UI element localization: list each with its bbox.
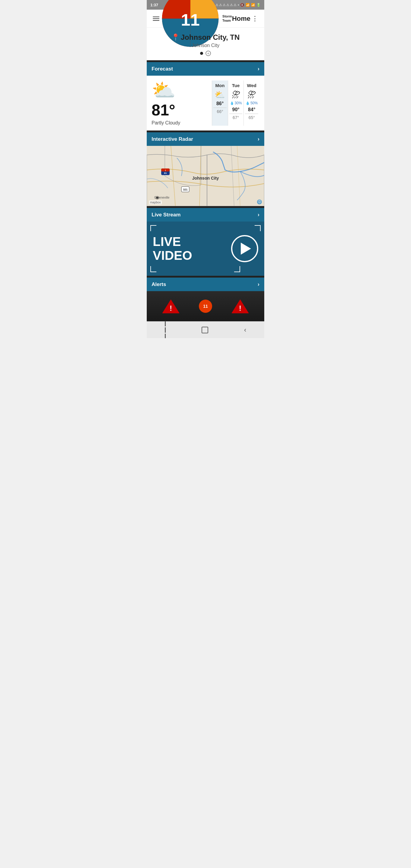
svg-point-12 [156, 197, 158, 198]
alert-logo-center: 11 [198, 299, 213, 314]
nav-home-icon [201, 327, 208, 333]
day-icon-mon: ⛅ [215, 90, 225, 100]
nav-line-2 [165, 327, 166, 333]
forecast-arrow-icon: › [258, 66, 259, 72]
forecast-section: Forecast › ⛅ 81° Partly Cloudy Mon ⛅ 86°… [147, 62, 264, 130]
day-low-mon: 66° [213, 107, 227, 114]
bottom-navigation: ‹ [147, 321, 264, 338]
current-weather-icon: ⛅ [152, 81, 176, 100]
forecast-day-wed[interactable]: Wed ⛈ 💧50% 84° 65° [244, 81, 259, 126]
radar-map[interactable]: I 81 321 Johnson City Greeneville mapbox… [147, 146, 264, 206]
forecast-label: Forecast [152, 66, 173, 72]
nav-line-3 [165, 334, 166, 338]
alerts-preview[interactable]: ! 11 ! [147, 291, 264, 321]
hamburger-menu-button[interactable] [152, 16, 161, 22]
location-pin-icon: 📍 [171, 33, 180, 41]
day-high-wed: 84° [248, 107, 255, 113]
svg-text:!: ! [170, 304, 172, 312]
dot-indicators: + [152, 51, 259, 56]
app-header: 11 StormTeam Home ⋮ [147, 10, 264, 28]
hamburger-line-3 [153, 20, 159, 21]
day-name-wed: Wed [247, 83, 256, 88]
radar-section: Interactive Radar › [147, 132, 264, 206]
forecast-header[interactable]: Forecast › [147, 62, 264, 76]
day-low-wed: 65° [245, 114, 258, 120]
page-title: Home [232, 15, 250, 23]
svg-text:Johnson City: Johnson City [192, 176, 219, 181]
forecast-days: Mon ⛅ 86° 66° Tue ⛈ 💧30% 90° 67° Wed ⛈ [212, 81, 259, 126]
svg-text:11: 11 [181, 10, 200, 29]
mapbox-credit: mapbox [149, 200, 162, 204]
svg-text:I: I [165, 169, 166, 172]
rain-chance-tue: 💧30% [230, 101, 242, 105]
bracket-top-left [150, 225, 156, 231]
svg-text:11: 11 [203, 304, 208, 309]
play-triangle-icon [241, 243, 251, 255]
radar-arrow-icon: › [258, 136, 259, 142]
warning-icon-8: ⚠ [233, 3, 236, 7]
hamburger-line-2 [153, 19, 159, 19]
svg-text:81: 81 [164, 172, 167, 175]
day-high-tue: 90° [232, 107, 240, 113]
forecast-content: ⛅ 81° Partly Cloudy Mon ⛅ 86° 66° Tue ⛈ … [147, 76, 264, 130]
svg-text:321: 321 [183, 188, 187, 191]
live-video-text: LIVE VIDEO [153, 235, 192, 262]
status-time: 1:37 [150, 3, 158, 7]
active-location-dot [200, 52, 203, 55]
day-high-mon: 86° [216, 101, 224, 106]
rain-drop-icon-wed: 💧 [246, 101, 250, 105]
current-weather: ⛅ 81° Partly Cloudy [152, 81, 212, 126]
wifi-icon: 📶 [246, 3, 250, 7]
live-video-container[interactable]: LIVE VIDEO [147, 221, 264, 276]
radar-label: Interactive Radar [152, 136, 193, 142]
live-stream-section: Live Stream › LIVE VIDEO [147, 208, 264, 276]
live-text-line2: VIDEO [153, 249, 192, 262]
nav-back-button[interactable]: ‹ [237, 324, 253, 336]
mute-icon: 🔇 [240, 3, 244, 7]
nav-home-button[interactable] [194, 324, 216, 336]
current-description: Partly Cloudy [152, 120, 180, 126]
rain-drop-icon-tue: 💧 [230, 101, 234, 105]
signal-icon: 📶 [251, 3, 255, 7]
add-location-button[interactable]: + [205, 51, 211, 56]
bracket-bottom-left [150, 266, 156, 272]
alerts-arrow-icon: › [258, 281, 259, 287]
live-stream-label: Live Stream [152, 212, 181, 218]
svg-text:!: ! [239, 304, 241, 312]
storm-team-text: StormTeam [222, 14, 232, 22]
day-icon-wed: ⛈ [247, 90, 256, 100]
alert-triangle-left: ! [162, 298, 180, 315]
forecast-day-mon[interactable]: Mon ⛅ 86° 66° [212, 81, 228, 126]
day-name-mon: Mon [216, 83, 225, 88]
bracket-top-right [255, 225, 261, 231]
map-svg: I 81 321 Johnson City Greeneville [147, 146, 264, 206]
bracket-bottom-right [234, 266, 240, 272]
map-info-icon[interactable]: ⓘ [257, 199, 262, 204]
rain-chance-wed: 💧50% [246, 101, 258, 105]
alerts-section: Alerts › ! 11 ! [147, 278, 264, 321]
radar-header[interactable]: Interactive Radar › [147, 132, 264, 146]
nav-menu-icon [165, 321, 166, 338]
day-icon-tue: ⛈ [232, 90, 240, 100]
nav-back-icon: ‹ [244, 326, 246, 334]
battery-icon: 🔋 [256, 3, 261, 7]
dot-separator: • [238, 3, 239, 7]
nav-menu-button[interactable] [158, 318, 173, 338]
alerts-label: Alerts [152, 281, 166, 287]
live-stream-arrow-icon: › [258, 212, 259, 218]
day-name-tue: Tue [232, 83, 240, 88]
alerts-header[interactable]: Alerts › [147, 278, 264, 291]
current-temp: 81° [152, 102, 176, 118]
forecast-day-tue[interactable]: Tue ⛈ 💧30% 90° 67° [228, 81, 244, 126]
location-city: Johnson City, TN [181, 33, 240, 41]
more-options-button[interactable]: ⋮ [250, 13, 259, 24]
hamburger-line-1 [153, 17, 159, 17]
nav-line-1 [165, 321, 166, 327]
live-text-line1: LIVE [153, 235, 192, 249]
live-stream-header[interactable]: Live Stream › [147, 208, 264, 221]
alert-triangle-right: ! [231, 298, 249, 315]
day-low-tue: 67° [229, 114, 243, 120]
play-button[interactable] [231, 235, 258, 262]
